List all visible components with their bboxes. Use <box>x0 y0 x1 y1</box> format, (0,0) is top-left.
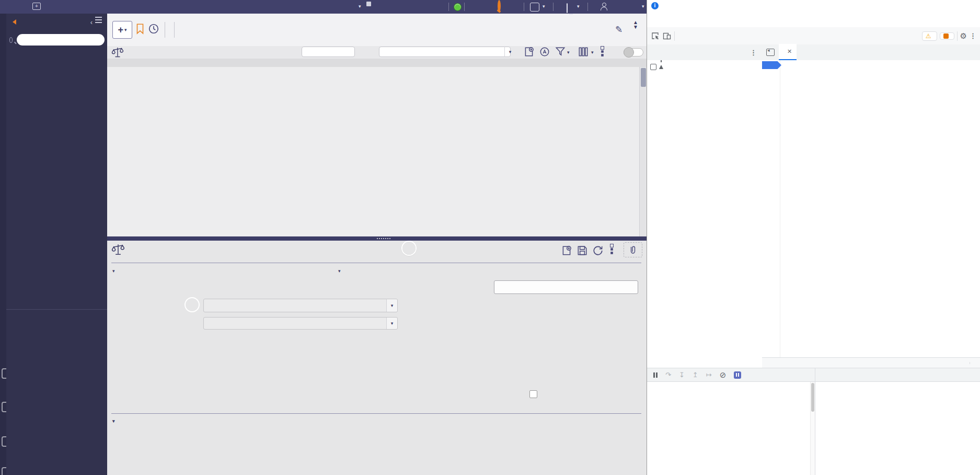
warnings-badge[interactable]: ⚠ <box>922 31 937 41</box>
panel-splitter[interactable] <box>107 236 647 241</box>
devtools-settings-icon[interactable]: ⚙ <box>960 31 967 41</box>
menu-hamburger-icon[interactable] <box>95 17 102 18</box>
group-files-checkbox[interactable] <box>650 64 656 70</box>
filter-icon[interactable] <box>555 46 566 58</box>
panel-handle[interactable] <box>366 2 371 6</box>
clos-toggle[interactable] <box>624 48 643 56</box>
pause-on-exceptions-icon[interactable] <box>734 371 741 379</box>
refresh-icon[interactable] <box>592 245 604 256</box>
connection-status-dot <box>454 3 462 11</box>
close-tab-icon[interactable]: ✕ <box>787 48 792 55</box>
table-scrollbar[interactable] <box>639 67 647 236</box>
employee-combo[interactable]: ▾ <box>203 299 398 312</box>
absence-table <box>107 67 639 236</box>
menu-search-input[interactable] <box>17 34 105 46</box>
navigator-more-chevron[interactable] <box>647 44 658 60</box>
help-icon[interactable] <box>530 3 539 12</box>
history-section-header[interactable]: ▾ <box>112 417 118 425</box>
new-item-button[interactable]: +▾ <box>112 21 132 39</box>
devtools-language-notice: i <box>647 0 980 28</box>
columns-icon[interactable] <box>578 46 589 58</box>
issues-badge[interactable] <box>940 32 954 40</box>
scope-watch-tab-bar <box>815 368 980 382</box>
detail-panel: ▾ ▾ ▾ ▾ ▾ <box>107 241 647 475</box>
auto-refresh-icon[interactable] <box>539 46 550 58</box>
editor-gutter <box>762 60 780 357</box>
pause-script-icon[interactable] <box>653 372 655 378</box>
employee-avatar <box>186 298 199 311</box>
title-bar: + ▾ ▾ ▾ ▾ <box>0 0 647 14</box>
sidebar-search <box>9 33 105 46</box>
toolbar-scroll-arrows[interactable]: ▲▼ <box>633 20 638 29</box>
devtools-tab-bar: ⚠ ⚙ ⋮ <box>647 27 980 45</box>
user-icon <box>600 3 607 10</box>
collapse-chevron-icon[interactable]: ‹ <box>90 18 93 26</box>
navigator-tree-panel <box>647 60 763 357</box>
balance-icon <box>111 46 124 58</box>
code-editor[interactable] <box>762 60 980 357</box>
editor-status-bar <box>762 357 980 368</box>
scope-panel-body <box>815 382 980 475</box>
sidebar-module-header: ‹ <box>6 14 107 30</box>
help-dropdown-caret[interactable]: ▾ <box>543 4 545 9</box>
columns-caret[interactable]: ▾ <box>591 50 594 55</box>
sidebar: ‹ <box>6 14 107 475</box>
step-over-icon[interactable]: ↷ <box>665 371 671 379</box>
type-filter-input[interactable] <box>379 47 511 57</box>
coverage-status <box>970 362 980 364</box>
hide-navigator-icon[interactable] <box>766 49 775 56</box>
add-record-icon[interactable] <box>523 46 535 58</box>
editor-tab-bar: ✕ <box>762 44 980 60</box>
step-icon[interactable]: ↦ <box>706 371 712 379</box>
navigator-tab-bar: ⋮ <box>647 44 763 60</box>
list-more-menu-icon[interactable] <box>601 46 604 50</box>
brand-logo <box>498 0 501 12</box>
left-edge-strip <box>0 0 6 475</box>
user-dropdown-caret[interactable]: ▾ <box>642 4 644 9</box>
display-icon[interactable] <box>567 3 568 13</box>
filter-caret[interactable]: ▾ <box>567 50 570 55</box>
new-window-icon[interactable]: + <box>32 3 41 10</box>
traitement-section-header[interactable]: ▾ <box>338 267 343 275</box>
project-dropdown-caret[interactable]: ▾ <box>359 4 361 9</box>
devtools-panel: i ⚠ ⚙ ⋮ ⋮ <box>647 0 980 475</box>
step-into-icon[interactable]: ↧ <box>679 371 685 379</box>
type-combo[interactable]: ▾ <box>203 317 398 330</box>
edit-pencil-icon[interactable]: ✎ <box>615 24 622 35</box>
detail-avatar <box>402 242 416 255</box>
id-filter-input[interactable] <box>302 47 355 57</box>
list-header: ▾ ▾ ▾ <box>107 46 647 59</box>
init-contract-values-button[interactable] <box>494 280 638 294</box>
display-dropdown-caret[interactable]: ▾ <box>577 4 580 9</box>
group-files-option[interactable] <box>650 63 739 70</box>
application-window: + ▾ ▾ ▾ ▾ ‹ <box>0 0 980 475</box>
history-icon[interactable] <box>148 23 159 35</box>
experiment-flask-icon <box>659 65 663 69</box>
description-section-header[interactable]: ▾ <box>112 267 118 275</box>
detail-add-icon[interactable] <box>561 245 572 256</box>
line-number-badge <box>762 61 781 69</box>
devtools-menu-icon[interactable]: ⋮ <box>970 32 976 40</box>
type-filter-caret[interactable]: ▾ <box>504 47 515 57</box>
clos-checkbox[interactable] <box>529 390 537 398</box>
detail-more-menu-icon[interactable] <box>610 244 614 247</box>
sidebar-divider <box>6 309 107 310</box>
editor-tab-mainphp[interactable]: ✕ <box>779 44 797 60</box>
more-tabs-chevron[interactable] <box>677 27 686 44</box>
save-icon[interactable] <box>577 245 588 256</box>
balance-icon <box>111 243 125 256</box>
back-arrow-icon[interactable] <box>13 19 16 25</box>
info-icon: i <box>651 2 659 9</box>
debugger-toolbar: ↷ ↧ ↥ ↦ ⊘ <box>647 368 815 382</box>
group-files-label <box>666 63 739 70</box>
device-toolbar-icon[interactable] <box>663 32 671 40</box>
table-column-headers <box>107 59 647 67</box>
search-icon <box>9 37 13 43</box>
deactivate-breakpoints-icon[interactable]: ⊘ <box>720 370 727 380</box>
step-out-icon[interactable]: ↥ <box>693 371 698 379</box>
main-toolbar: +▾ ✎ ▲▼ <box>107 14 647 47</box>
bookmark-icon[interactable] <box>135 23 145 35</box>
inspect-icon[interactable] <box>651 32 660 40</box>
navigator-menu-icon[interactable]: ⋮ <box>750 49 762 56</box>
attachment-icon[interactable] <box>624 242 642 257</box>
